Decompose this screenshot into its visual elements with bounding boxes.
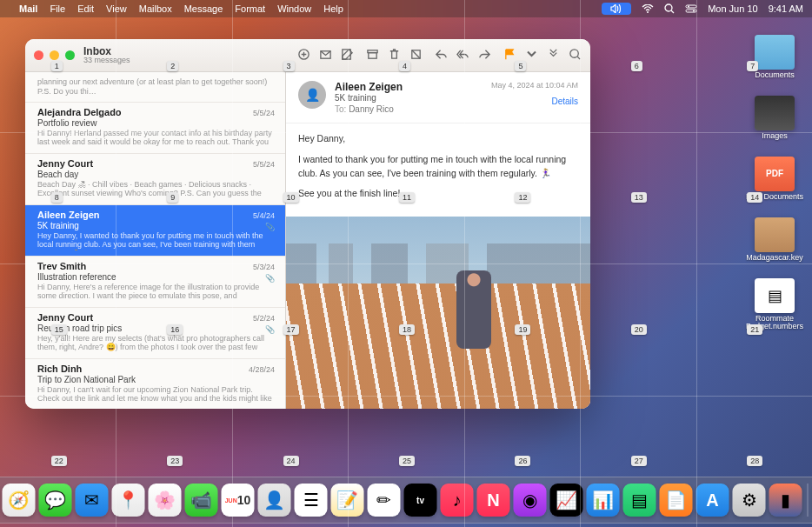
menu-file[interactable]: File — [50, 3, 65, 14]
sound-indicator[interactable] — [602, 3, 631, 15]
desktop-item[interactable]: ▤Roommate Budget.numbers — [744, 278, 805, 332]
menu-view[interactable]: View — [106, 3, 127, 14]
attachment-icon: 📎 — [265, 274, 275, 283]
filter-icon[interactable] — [297, 48, 310, 63]
message-body: Hey Danny,I wanted to thank you for putt… — [286, 123, 590, 217]
dock-app-safari[interactable]: 🧭 — [3, 484, 36, 517]
dock-app-pages[interactable]: 📄 — [660, 484, 693, 517]
message-item[interactable]: Jenny Court5/5/24Beach dayBeach Day 🏖 · … — [25, 154, 285, 205]
search-icon[interactable] — [664, 3, 675, 14]
dock-app-freeform[interactable]: ✏ — [368, 484, 401, 517]
svg-point-5 — [693, 10, 695, 12]
desktop-item[interactable]: Images — [744, 96, 805, 141]
message-preview: Hi Danny, I can't wait for our upcoming … — [37, 385, 275, 404]
message-preview: Hi Danny! Herland passed me your contact… — [37, 129, 275, 148]
dock-app-podcasts[interactable]: ◉ — [514, 484, 547, 517]
desktop-item[interactable]: PDFPDF Documents — [744, 157, 805, 202]
close-button[interactable] — [34, 50, 43, 60]
message-item[interactable]: Alejandra Delgado5/5/24Portfolio reviewH… — [25, 103, 285, 154]
message-attachment-image[interactable] — [286, 217, 590, 409]
desktop-icons: DocumentsImagesPDFPDF DocumentsMadagasca… — [744, 35, 805, 331]
dock-app-stocks[interactable]: 📈 — [550, 484, 583, 517]
search-icon[interactable] — [569, 48, 582, 63]
menu-window[interactable]: Window — [277, 3, 311, 14]
dock-app-reminders[interactable]: ☰ — [295, 484, 328, 517]
control-center-icon[interactable] — [685, 4, 697, 13]
svg-point-12 — [570, 49, 578, 57]
flag-icon[interactable] — [503, 48, 516, 63]
zoom-button[interactable] — [65, 50, 75, 60]
menu-help[interactable]: Help — [323, 3, 343, 14]
new-message-icon[interactable] — [341, 48, 354, 63]
mail-window: Inbox 33 messages — [25, 39, 590, 409]
flag-menu-icon[interactable] — [525, 48, 538, 63]
message-from: Alejandra Delgado — [37, 107, 122, 117]
dock-app-tv[interactable]: tv — [404, 484, 437, 517]
svg-rect-3 — [686, 10, 696, 12]
grid-number: 23 — [167, 456, 183, 466]
message-subject: 5K training — [335, 93, 483, 103]
message-subject-preview: 5K training — [37, 221, 275, 230]
dock-app-contacts[interactable]: 👤 — [258, 484, 291, 517]
dock-app-notes[interactable]: 📝 — [331, 484, 364, 517]
more-icon[interactable] — [547, 48, 560, 63]
desktop-item[interactable]: Documents — [744, 35, 805, 80]
dock-app-maps[interactable]: 📍 — [112, 484, 145, 517]
compose-icon[interactable] — [319, 48, 332, 63]
dock-app-facetime[interactable]: 📹 — [185, 484, 218, 517]
reply-all-icon[interactable] — [456, 48, 469, 63]
menu-date[interactable]: Mon Jun 10 — [708, 3, 757, 14]
grid-number: 25 — [399, 456, 415, 466]
menu-edit[interactable]: Edit — [77, 3, 94, 14]
desktop-item-label: Roommate Budget.numbers — [745, 315, 804, 332]
mailbox-subtitle: 33 messages — [83, 57, 130, 64]
attachment-icon: 📎 — [265, 325, 275, 334]
message-timestamp: May 4, 2024 at 10:04 AM — [491, 81, 578, 90]
trash-icon[interactable] — [388, 48, 401, 63]
dock-app-messages[interactable]: 💬 — [39, 484, 72, 517]
desktop-item-label: Documents — [755, 71, 795, 80]
message-list[interactable]: planning our next adventure (or at least… — [25, 72, 286, 409]
archive-icon[interactable] — [366, 48, 379, 63]
dock: 😀▦🧭💬✉📍🌸📹JUN10👤☰📝✏tv♪N◉📈📊▤📄A⚙▮⬇🗑 — [0, 477, 812, 524]
menu-mailbox[interactable]: Mailbox — [139, 3, 172, 14]
message-item[interactable]: planning our next adventure (or at least… — [25, 72, 285, 103]
details-link[interactable]: Details — [491, 97, 578, 106]
reply-icon[interactable] — [435, 48, 448, 63]
menu-mail[interactable]: Mail — [19, 3, 37, 14]
minimize-button[interactable] — [50, 50, 59, 60]
forward-icon[interactable] — [478, 48, 491, 63]
message-preview: Hi Danny, Here's a reference image for t… — [37, 283, 275, 302]
grid-number: 22 — [51, 456, 67, 466]
message-subject-preview: Illustration reference — [37, 272, 275, 282]
message-item[interactable]: Jenny Court5/2/24Reunion road trip picsH… — [25, 308, 285, 359]
message-date: 5/5/24 — [253, 109, 275, 117]
dock-app-numbers[interactable]: ▤ — [623, 484, 656, 517]
sender-avatar[interactable]: 👤 — [298, 81, 326, 109]
dock-app-appstore[interactable]: A — [696, 484, 729, 517]
wifi-icon[interactable] — [642, 4, 654, 13]
grid-number: 13 — [631, 192, 647, 203]
message-item[interactable]: Aileen Zeigen5/4/245K trainingHey Danny,… — [25, 205, 285, 257]
menu-format[interactable]: Format — [235, 3, 265, 14]
dock-app-news[interactable]: N — [477, 484, 510, 517]
message-item[interactable]: Rich Dinh4/28/24Trip to Zion National Pa… — [25, 359, 285, 409]
message-view: 👤 Aileen Zeigen 5K training To: Danny Ri… — [286, 72, 590, 409]
dock-app-keynote[interactable]: 📊 — [587, 484, 620, 517]
message-from: Rich Dinh — [37, 364, 82, 374]
dock-app-photos[interactable]: 🌸 — [149, 484, 182, 517]
dock-app-settings[interactable]: ⚙ — [733, 484, 766, 517]
toolbar — [297, 48, 582, 63]
dock-app-music[interactable]: ♪ — [441, 484, 474, 517]
message-date: 5/4/24 — [253, 211, 275, 220]
dock-app-calendar[interactable]: JUN10 — [222, 484, 255, 517]
dock-app-iphone[interactable]: ▮ — [769, 484, 802, 517]
dock-app-mail[interactable]: ✉ — [76, 484, 109, 517]
desktop-item[interactable]: Madagascar.key — [744, 217, 805, 263]
menu-message[interactable]: Message — [184, 3, 223, 14]
junk-icon[interactable] — [409, 48, 423, 63]
message-item[interactable]: Trev Smith5/3/24Illustration referenceHi… — [25, 257, 285, 308]
body-paragraph: See you at the finish line! — [298, 187, 578, 201]
menu-time[interactable]: 9:41 AM — [769, 3, 803, 14]
message-date: 4/28/24 — [249, 365, 275, 374]
